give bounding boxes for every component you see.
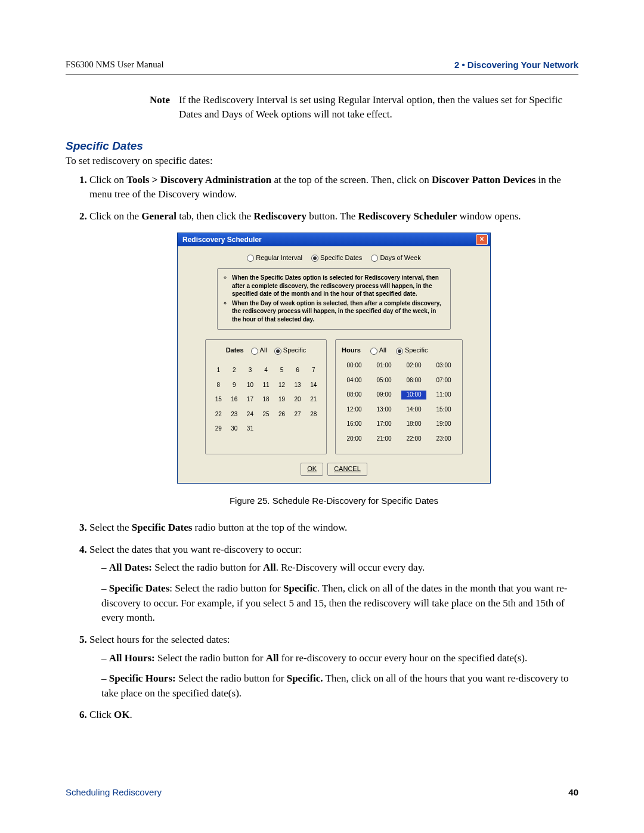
- date-cell[interactable]: 7: [306, 366, 320, 375]
- hour-cell[interactable]: 12:00: [342, 405, 367, 414]
- date-cell[interactable]: 3: [243, 366, 257, 375]
- step-6: Click OK.: [89, 708, 578, 723]
- header-right: 2 • Discovering Your Network: [454, 60, 578, 70]
- date-cell[interactable]: 23: [228, 410, 242, 419]
- radio-specific-dates[interactable]: Specific Dates: [311, 254, 362, 261]
- dates-specific-radio[interactable]: Specific: [274, 346, 306, 355]
- hour-cell[interactable]: 03:00: [431, 361, 456, 370]
- date-cell[interactable]: 21: [306, 395, 320, 404]
- dialog-buttons: OK CANCEL: [185, 463, 483, 476]
- step-4: Select the dates that you want re-discov…: [89, 543, 578, 625]
- date-cell[interactable]: 4: [259, 366, 273, 375]
- date-cell[interactable]: 11: [259, 381, 273, 390]
- step-4-all-dates: All Dates: Select the radio button for A…: [101, 561, 578, 575]
- hours-panel-head: Hours All Specific: [342, 346, 456, 355]
- date-cell[interactable]: 25: [259, 410, 273, 419]
- hour-cell[interactable]: 01:00: [371, 361, 397, 370]
- radio-days-of-week[interactable]: Days of Week: [371, 254, 420, 261]
- date-cell[interactable]: 16: [228, 395, 242, 404]
- hour-cell[interactable]: 23:00: [431, 435, 456, 444]
- hours-specific-radio[interactable]: Specific: [396, 346, 428, 355]
- note-text: If the Rediscovery Interval is set using…: [179, 93, 578, 122]
- step-1: Click on Tools > Discovery Administratio…: [89, 173, 578, 202]
- date-cell[interactable]: 10: [243, 381, 257, 390]
- note-block: Note If the Rediscovery Interval is set …: [134, 93, 578, 122]
- hour-cell[interactable]: 09:00: [371, 391, 397, 400]
- step-2: Click on the General tab, then click the…: [89, 209, 578, 507]
- dates-panel-head: Dates All Specific: [212, 346, 320, 355]
- date-cell[interactable]: 18: [259, 395, 273, 404]
- hour-cell[interactable]: 21:00: [371, 435, 397, 444]
- header-rule: [66, 75, 578, 75]
- hour-cell[interactable]: 18:00: [401, 420, 426, 429]
- close-icon[interactable]: ×: [476, 234, 488, 245]
- date-cell[interactable]: 9: [228, 381, 242, 390]
- date-cell[interactable]: 24: [243, 410, 257, 419]
- date-cell[interactable]: 20: [291, 395, 305, 404]
- hour-cell[interactable]: 02:00: [401, 361, 426, 370]
- info-line-1: When the Specific Dates option is select…: [232, 274, 444, 298]
- header-left: FS6300 NMS User Manual: [66, 60, 164, 70]
- step-3: Select the Specific Dates radio button a…: [89, 521, 578, 535]
- hour-cell[interactable]: 00:00: [342, 361, 367, 370]
- manual-page: FS6300 NMS User Manual 2 • Discovering Y…: [0, 0, 644, 833]
- hours-grid: 00:0001:0002:0003:0004:0005:0006:0007:00…: [342, 361, 456, 443]
- dialog-body: Regular Interval Specific Dates Days of …: [178, 246, 490, 484]
- ok-button[interactable]: OK: [301, 463, 323, 476]
- hour-cell[interactable]: 20:00: [342, 435, 367, 444]
- hour-cell[interactable]: 07:00: [431, 376, 456, 385]
- step-5-specific-hours: Specific Hours: Select the radio button …: [101, 671, 578, 701]
- date-cell[interactable]: 22: [212, 410, 225, 419]
- rediscovery-scheduler-dialog: Rediscovery Scheduler × Regular Interval…: [177, 233, 491, 484]
- hour-cell[interactable]: 11:00: [431, 391, 456, 400]
- date-cell[interactable]: 5: [275, 366, 289, 375]
- date-cell[interactable]: 12: [275, 381, 289, 390]
- hour-cell[interactable]: 13:00: [371, 405, 397, 414]
- hours-all-radio[interactable]: All: [370, 346, 386, 355]
- date-cell[interactable]: 28: [306, 410, 320, 419]
- date-cell[interactable]: 26: [275, 410, 289, 419]
- hours-label: Hours: [342, 346, 361, 355]
- dialog-title: Rediscovery Scheduler: [182, 233, 262, 246]
- hour-cell[interactable]: 14:00: [401, 405, 426, 414]
- date-cell[interactable]: 27: [291, 410, 305, 419]
- steps-list: Click on Tools > Discovery Administratio…: [66, 173, 578, 723]
- hour-cell[interactable]: 06:00: [401, 376, 426, 385]
- date-cell[interactable]: 17: [243, 395, 257, 404]
- date-cell[interactable]: 6: [291, 366, 305, 375]
- footer-left: Scheduling Rediscovery: [66, 787, 162, 797]
- info-box: When the Specific Dates option is select…: [217, 268, 451, 330]
- date-cell[interactable]: 8: [212, 381, 225, 390]
- date-cell[interactable]: 30: [228, 425, 242, 433]
- dates-all-radio[interactable]: All: [251, 346, 267, 355]
- date-cell[interactable]: 31: [243, 425, 257, 433]
- page-footer: Scheduling Rediscovery 40: [66, 787, 578, 797]
- step-5-all-hours: All Hours: Select the radio button for A…: [101, 651, 578, 666]
- hour-cell[interactable]: 08:00: [342, 391, 367, 400]
- cancel-button[interactable]: CANCEL: [327, 463, 367, 476]
- hour-cell[interactable]: 17:00: [371, 420, 397, 429]
- info-line-2: When the Day of week option is selected,…: [232, 299, 444, 324]
- section-intro: To set rediscovery on specific dates:: [66, 155, 578, 167]
- hour-cell[interactable]: 19:00: [431, 420, 456, 429]
- step-5-sublist: All Hours: Select the radio button for A…: [101, 651, 578, 701]
- hour-cell[interactable]: 05:00: [371, 376, 397, 385]
- note-label: Note: [134, 93, 170, 122]
- titlebar: Rediscovery Scheduler ×: [178, 233, 490, 246]
- date-cell[interactable]: 14: [306, 381, 320, 390]
- date-cell[interactable]: 19: [275, 395, 289, 404]
- step-4-sublist: All Dates: Select the radio button for A…: [101, 561, 578, 625]
- date-cell[interactable]: 1: [212, 366, 225, 375]
- date-cell[interactable]: 15: [212, 395, 225, 404]
- date-cell[interactable]: 2: [228, 366, 242, 375]
- interval-radio-row: Regular Interval Specific Dates Days of …: [185, 252, 483, 269]
- hour-cell[interactable]: 10:00: [401, 391, 426, 400]
- hour-cell[interactable]: 22:00: [401, 435, 426, 444]
- hour-cell[interactable]: 04:00: [342, 376, 367, 385]
- date-cell[interactable]: 29: [212, 425, 225, 433]
- hour-cell[interactable]: 16:00: [342, 420, 367, 429]
- step-4-specific-dates: Specific Dates: Select the radio button …: [101, 581, 578, 625]
- date-cell[interactable]: 13: [291, 381, 305, 390]
- hour-cell[interactable]: 15:00: [431, 405, 456, 414]
- radio-regular[interactable]: Regular Interval: [247, 254, 302, 261]
